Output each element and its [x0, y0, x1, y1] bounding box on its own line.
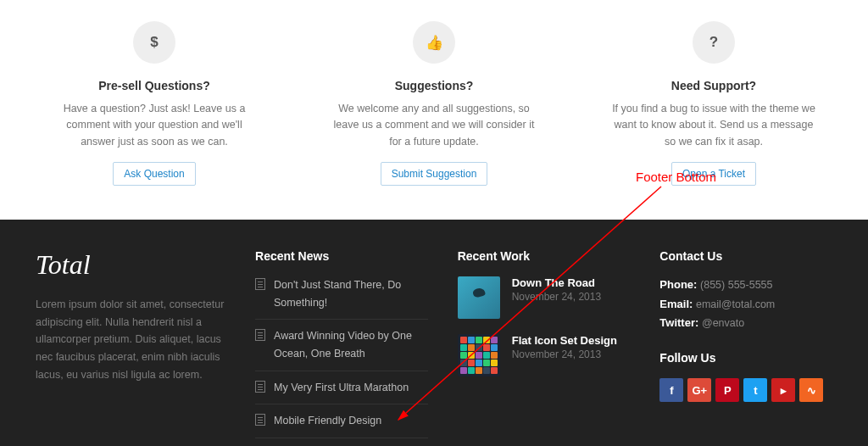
news-item[interactable]: The Summer Road Trip: [255, 438, 428, 446]
ask-question-button[interactable]: Ask Question: [113, 162, 195, 186]
footer-contact: Contact Us Phone: (855) 555-5555 Email: …: [659, 249, 832, 446]
document-icon: [255, 278, 265, 290]
document-icon: [255, 381, 265, 393]
logo: Total: [36, 249, 225, 281]
google-plus-icon[interactable]: G+: [687, 378, 711, 402]
question-icon: ?: [693, 21, 735, 64]
recent-news-heading: Recent News: [255, 249, 428, 263]
feature-desc: We welcome any and all suggestions, so l…: [328, 101, 540, 150]
annotation-label: Footer Bottom: [636, 170, 716, 184]
contact-heading: Contact Us: [659, 249, 832, 263]
document-icon: [255, 414, 265, 426]
feature-presell: $ Pre-sell Questions? Have a question? J…: [48, 21, 260, 186]
dollar-icon: $: [133, 21, 175, 64]
footer-about: Total Lorem ipsum dolor sit amet, consec…: [36, 249, 225, 446]
thumbs-up-icon: 👍: [413, 21, 455, 64]
document-icon: [255, 329, 265, 341]
feature-title: Pre-sell Questions?: [48, 79, 260, 92]
news-item[interactable]: Don't Just Stand There, Do Something!: [255, 276, 428, 320]
work-date: November 24, 2013: [512, 291, 601, 303]
news-item[interactable]: Award Winning Video by One Ocean, One Br…: [255, 320, 428, 371]
recent-work-heading: Recent Work: [458, 249, 631, 263]
contact-email: Email: email@total.com: [659, 296, 832, 314]
work-title: Down The Road: [512, 276, 601, 289]
news-item[interactable]: My Very First Ultra Marathon: [255, 371, 428, 405]
facebook-icon[interactable]: f: [659, 378, 683, 402]
youtube-icon[interactable]: ▸: [771, 378, 795, 402]
submit-suggestion-button[interactable]: Submit Suggestion: [381, 162, 488, 186]
feature-title: Need Support?: [608, 79, 820, 92]
contact-phone: Phone: (855) 555-5555: [659, 276, 832, 294]
feature-suggestions: 👍 Suggestions? We welcome any and all su…: [328, 21, 540, 186]
work-item[interactable]: Down The Road November 24, 2013: [458, 276, 631, 319]
feature-support: ? Need Support? If you find a bug to iss…: [608, 21, 820, 186]
about-text: Lorem ipsum dolor sit amet, consectetur …: [36, 296, 225, 383]
pinterest-icon[interactable]: P: [715, 378, 739, 402]
footer-recent-news: Recent News Don't Just Stand There, Do S…: [255, 249, 428, 446]
footer: Total Lorem ipsum dolor sit amet, consec…: [0, 220, 868, 446]
contact-twitter: Twitter: @envato: [659, 315, 832, 332]
footer-recent-work: Recent Work Down The Road November 24, 2…: [458, 249, 631, 446]
work-title: Flat Icon Set Design: [512, 334, 617, 347]
news-link[interactable]: Award Winning Video by One Ocean, One Br…: [274, 327, 428, 362]
news-link[interactable]: My Very First Ultra Marathon: [274, 379, 409, 397]
rss-icon[interactable]: ∿: [799, 378, 823, 402]
work-thumbnail: [458, 276, 500, 319]
news-link[interactable]: Don't Just Stand There, Do Something!: [274, 276, 428, 311]
work-date: November 24, 2013: [512, 348, 617, 360]
news-link[interactable]: Mobile Friendly Design: [274, 412, 381, 430]
work-item[interactable]: Flat Icon Set Design November 24, 2013: [458, 334, 631, 376]
features-row: $ Pre-sell Questions? Have a question? J…: [0, 0, 868, 220]
feature-desc: If you find a bug to issue with the them…: [608, 101, 820, 150]
feature-title: Suggestions?: [328, 79, 540, 92]
news-item[interactable]: Mobile Friendly Design: [255, 404, 428, 438]
twitter-icon[interactable]: t: [743, 378, 767, 402]
feature-desc: Have a question? Just ask! Leave us a co…: [48, 101, 260, 150]
follow-heading: Follow Us: [659, 351, 832, 365]
work-thumbnail: [458, 334, 500, 376]
